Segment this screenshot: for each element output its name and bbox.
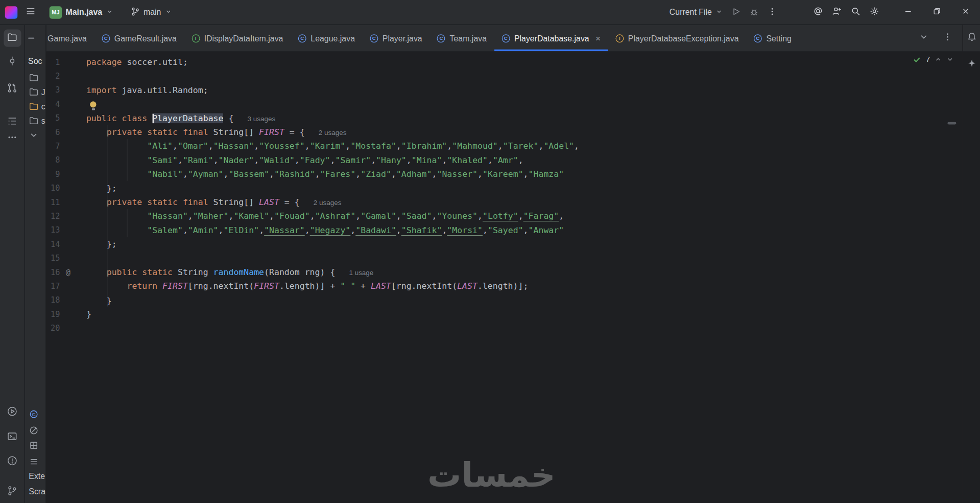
- vcs-widget[interactable]: main: [126, 4, 176, 21]
- pull-requests-tool-button[interactable]: [4, 80, 21, 98]
- tab-PlayerDatabaseException.java[interactable]: !PlayerDatabaseException.java: [608, 25, 747, 51]
- usages-hint[interactable]: 3 usages: [247, 115, 275, 123]
- tab-Player.java[interactable]: CPlayer.java: [363, 25, 430, 51]
- project-tree-item[interactable]: Exte: [29, 470, 45, 482]
- gutter-line[interactable]: 9: [46, 167, 77, 181]
- project-tree-item[interactable]: c: [29, 100, 45, 112]
- code-line-2[interactable]: [86, 69, 963, 83]
- tab-PlayerDatabase.java[interactable]: CPlayerDatabase.java×: [494, 25, 608, 51]
- code-line-5[interactable]: public class PlayerDatabase { 3 usages: [86, 111, 963, 125]
- gutter-line[interactable]: 18: [46, 293, 77, 307]
- prev-problem-button[interactable]: [935, 56, 942, 63]
- gutter-line[interactable]: 7: [46, 139, 77, 153]
- code-line-9[interactable]: "Nabil","Ayman","Bassem","Rashid","Fares…: [86, 167, 963, 181]
- gutter-line[interactable]: 6: [46, 125, 77, 139]
- next-problem-button[interactable]: [946, 56, 954, 63]
- usages-hint[interactable]: 2 usages: [319, 129, 347, 136]
- project-tree-item[interactable]: [29, 424, 41, 437]
- tab-IDisplayDataItem.java[interactable]: IIDisplayDataItem.java: [184, 25, 291, 51]
- gutter-line[interactable]: 1: [46, 55, 77, 69]
- project-tree-item[interactable]: Scra: [29, 485, 45, 497]
- code-line-1[interactable]: package soccer.util;: [86, 55, 963, 69]
- gutter-line[interactable]: 15: [46, 251, 77, 265]
- commit-tool-button[interactable]: [4, 53, 21, 71]
- restore-button[interactable]: [922, 0, 951, 25]
- code-line-17[interactable]: return FIRST[rng.nextInt(FIRST.length)] …: [86, 279, 963, 293]
- code-line-13[interactable]: "Salem","Amin","ElDin","Nassar","Hegazy"…: [86, 223, 963, 237]
- hidden-tabs-button[interactable]: [916, 31, 931, 45]
- gutter-line[interactable]: 16@: [46, 265, 77, 279]
- code-line-6[interactable]: private static final String[] FIRST = { …: [86, 125, 963, 139]
- usages-hint[interactable]: 2 usages: [314, 199, 342, 207]
- project-tree-item[interactable]: [29, 439, 41, 451]
- code-line-18[interactable]: }: [86, 293, 963, 307]
- inspections-widget[interactable]: 7: [913, 55, 953, 64]
- tab-options-button[interactable]: [940, 31, 955, 45]
- search-everywhere-button[interactable]: [846, 4, 865, 21]
- main-menu-button[interactable]: [21, 4, 40, 21]
- gutter-line[interactable]: 4: [46, 97, 77, 111]
- gutter-line[interactable]: 10: [46, 181, 77, 195]
- ai-assistant-button[interactable]: [964, 57, 979, 72]
- code-line-3[interactable]: import java.util.Random;: [86, 83, 963, 97]
- code-line-12[interactable]: "Hassan","Maher","Kamel","Fouad","Ashraf…: [86, 209, 963, 223]
- tab-Setting[interactable]: CSetting: [746, 25, 799, 51]
- gutter-line[interactable]: 8: [46, 153, 77, 167]
- code-line-19[interactable]: }: [86, 307, 963, 321]
- run-config-selector[interactable]: Current File: [665, 4, 727, 21]
- usages-hint[interactable]: 1 usage: [349, 269, 373, 277]
- run-button[interactable]: [727, 4, 745, 21]
- project-tree-item[interactable]: [29, 129, 41, 141]
- project-tree-item[interactable]: [29, 455, 41, 468]
- code-line-4[interactable]: [86, 97, 963, 111]
- code-with-me-button[interactable]: [827, 4, 846, 21]
- code-line-15[interactable]: [86, 251, 963, 265]
- gutter-line[interactable]: 20: [46, 321, 77, 335]
- gutter-line[interactable]: 2: [46, 69, 77, 83]
- tab-GameResult.java[interactable]: CGameResult.java: [94, 25, 184, 51]
- notifications-button[interactable]: [964, 31, 979, 45]
- mentions-button[interactable]: [809, 4, 828, 21]
- tab-League.java[interactable]: CLeague.java: [291, 25, 363, 51]
- more-actions-button[interactable]: [763, 4, 781, 21]
- code-line-8[interactable]: "Sami","Rami","Nader","Walid","Fady","Sa…: [86, 153, 963, 167]
- gutter-line[interactable]: 11: [46, 195, 77, 209]
- gutter-line[interactable]: 19: [46, 307, 77, 321]
- code-line-14[interactable]: };: [86, 237, 963, 251]
- settings-button[interactable]: [865, 4, 884, 21]
- scrollbar-marker[interactable]: [947, 122, 956, 125]
- project-root-item[interactable]: Soc: [28, 56, 42, 65]
- code-line-16[interactable]: public static String randomName(Random r…: [86, 265, 963, 279]
- project-panel[interactable]: Soc Jcs CExteScra: [25, 25, 46, 503]
- gutter-line[interactable]: 13: [46, 223, 77, 237]
- gutter-line[interactable]: 14: [46, 237, 77, 251]
- panel-resize-handle[interactable]: [28, 37, 34, 38]
- gutter-line[interactable]: 17: [46, 279, 77, 293]
- version-control-tool-button[interactable]: [4, 483, 21, 500]
- code-editor[interactable]: 12345678910111213141516@17181920 package…: [46, 52, 963, 503]
- code-line-10[interactable]: };: [86, 181, 963, 195]
- terminal-tool-button[interactable]: [4, 428, 21, 446]
- gutter-line[interactable]: 5: [46, 111, 77, 125]
- structure-tool-button[interactable]: [4, 113, 21, 131]
- code-line-11[interactable]: private static final String[] LAST = { 2…: [86, 195, 963, 209]
- gutter-line[interactable]: 12: [46, 209, 77, 223]
- project-tree-item[interactable]: [29, 72, 41, 84]
- gutter-line[interactable]: 3: [46, 83, 77, 97]
- tab-Team.java[interactable]: CTeam.java: [429, 25, 494, 51]
- code-line-7[interactable]: "Ali","Omar","Hassan","Youssef","Karim",…: [86, 139, 963, 153]
- problems-tool-button[interactable]: [4, 453, 21, 470]
- project-tree-item[interactable]: C: [29, 408, 41, 420]
- tab-Game.java[interactable]: Game.java: [46, 25, 94, 51]
- close-button[interactable]: [951, 0, 980, 25]
- project-widget[interactable]: MJ Main.java: [45, 4, 117, 21]
- debug-button[interactable]: [745, 4, 763, 21]
- code-line-20[interactable]: [86, 321, 963, 335]
- run-tool-button[interactable]: [4, 403, 21, 421]
- close-tab-icon[interactable]: ×: [595, 34, 601, 42]
- more-tools-button[interactable]: [4, 129, 21, 147]
- project-tree-item[interactable]: s: [29, 115, 45, 127]
- minimize-button[interactable]: [894, 0, 922, 25]
- project-tool-button[interactable]: [4, 30, 21, 47]
- project-tree-item[interactable]: J: [29, 86, 45, 98]
